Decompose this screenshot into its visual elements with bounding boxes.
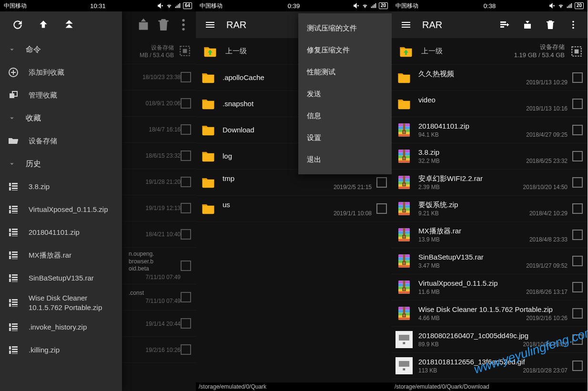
file-row[interactable]: VirtualXposed_0.11.5.zip11.6 MB2018/6/26… bbox=[392, 274, 588, 301]
checkbox[interactable] bbox=[572, 282, 583, 292]
checkbox[interactable] bbox=[572, 361, 583, 371]
file-row[interactable]: video2019/1/13 10:16 bbox=[392, 91, 588, 117]
file-row[interactable]: ▦20181018112656_13f6ac52ed.gif113 KB2018… bbox=[392, 353, 588, 379]
section-favorites[interactable]: 收藏 bbox=[0, 107, 122, 130]
history-item[interactable]: MX播放器.rar bbox=[0, 244, 122, 267]
history-item-label: .invoke_history.zip bbox=[29, 322, 114, 332]
history-item[interactable]: VirtualXposed_0.11.5.zip bbox=[0, 198, 122, 221]
file-row[interactable]: ▦20180802160407_1c005dd49c.jpg89.9 KB201… bbox=[392, 327, 588, 353]
trash-icon[interactable] bbox=[156, 17, 171, 32]
checkbox[interactable] bbox=[181, 292, 191, 302]
checkbox[interactable] bbox=[181, 177, 191, 187]
history-item-label: MX播放器.rar bbox=[29, 251, 114, 260]
history-item[interactable]: 3.8.zip bbox=[0, 175, 122, 198]
archive-icon bbox=[395, 251, 414, 271]
checkbox[interactable] bbox=[376, 203, 387, 214]
file-date: 2019/1/13 10:29 bbox=[526, 79, 568, 86]
status-bar: 中国移动 10:31 64 bbox=[0, 0, 196, 11]
checkbox[interactable] bbox=[181, 203, 191, 213]
bg-row: 18/6/15 23:32 bbox=[122, 143, 196, 169]
favorite-device-storage[interactable]: 设备存储 bbox=[0, 130, 122, 152]
menu-item[interactable]: 设置 bbox=[298, 127, 392, 149]
up-one-level[interactable]: 上一级 设备存储 1.19 GB / 53.4 GB bbox=[392, 38, 588, 65]
bg-row: 18/10/23 23:38 bbox=[122, 64, 196, 90]
menu-item[interactable]: 测试压缩的文件 bbox=[298, 17, 392, 39]
checkbox[interactable] bbox=[181, 150, 191, 161]
checkbox[interactable] bbox=[376, 177, 387, 188]
file-row[interactable]: us2019/1/1 10:08 bbox=[196, 196, 392, 222]
file-row[interactable]: 2018041101.zip94.1 KB2018/4/27 09:25 bbox=[392, 117, 588, 143]
checkbox[interactable] bbox=[572, 99, 583, 109]
checkbox[interactable] bbox=[572, 334, 583, 345]
checkbox[interactable] bbox=[572, 125, 583, 135]
checkbox[interactable] bbox=[181, 229, 191, 240]
select-all-icon[interactable] bbox=[570, 45, 583, 58]
menu-item[interactable]: 发送 bbox=[298, 83, 392, 105]
refresh-icon[interactable] bbox=[11, 19, 24, 31]
file-name: 20181018112656_13f6ac52ed.gif bbox=[418, 358, 568, 367]
manage-favorites[interactable]: 管理收藏 bbox=[0, 84, 122, 107]
menu-item[interactable]: 退出 bbox=[298, 149, 392, 170]
status-bar: 中国移动 0:39 20 bbox=[196, 0, 392, 11]
wifi-icon bbox=[166, 2, 172, 9]
list-add-icon[interactable] bbox=[494, 14, 515, 35]
file-row[interactable]: 久久热视频2019/1/13 10:29 bbox=[392, 65, 588, 91]
app-toolbar: RAR bbox=[392, 11, 588, 38]
checkbox[interactable] bbox=[572, 308, 583, 319]
file-row[interactable]: MX播放器.rar13.9 MB2018/4/8 23:33 bbox=[392, 222, 588, 248]
checkbox[interactable] bbox=[181, 261, 191, 271]
screen-3: 中国移动 0:38 20 RAR 上一级 设备存储 1.19 GB / 53.4… bbox=[392, 0, 588, 391]
arrow-up-icon[interactable] bbox=[37, 19, 50, 31]
clock: 0:39 bbox=[288, 2, 300, 10]
add-to-favorites[interactable]: 添加到收藏 bbox=[0, 61, 122, 84]
file-name: video bbox=[418, 96, 568, 105]
checkbox[interactable] bbox=[181, 344, 191, 355]
extract-icon[interactable] bbox=[517, 14, 538, 35]
file-row[interactable]: Wise Disk Cleaner 10.1.5.762 Portable.zi… bbox=[392, 301, 588, 327]
section-history[interactable]: 历史 bbox=[0, 152, 122, 175]
battery-indicator: 64 bbox=[183, 2, 192, 9]
hamburger-menu[interactable] bbox=[200, 14, 221, 35]
history-item[interactable]: .killing.zip bbox=[0, 339, 122, 361]
checkbox[interactable] bbox=[572, 177, 583, 188]
history-item[interactable]: .invoke_history.zip bbox=[0, 316, 122, 339]
select-all-icon[interactable] bbox=[179, 45, 191, 57]
menu-item[interactable]: 修复压缩文件 bbox=[298, 39, 392, 61]
checkbox[interactable] bbox=[572, 230, 583, 240]
battery-indicator: 20 bbox=[379, 2, 388, 9]
history-item[interactable]: 2018041101.zip bbox=[0, 221, 122, 244]
checkbox[interactable] bbox=[572, 256, 583, 266]
file-row[interactable]: 要饭系统.zip9.21 KB2018/4/2 10:29 bbox=[392, 196, 588, 222]
archive-icon bbox=[395, 199, 414, 218]
archive-grid-icon bbox=[8, 297, 19, 309]
checkbox[interactable] bbox=[572, 203, 583, 214]
file-row[interactable]: 安卓幻影WIFI2.2.rar2.39 MB2018/10/20 14:50 bbox=[392, 170, 588, 196]
more-icon[interactable] bbox=[563, 14, 584, 35]
history-item-label: 2018041101.zip bbox=[29, 228, 114, 237]
checkbox[interactable] bbox=[181, 318, 191, 329]
checkbox[interactable] bbox=[181, 72, 191, 82]
archive-icon bbox=[395, 304, 414, 323]
trash-icon[interactable] bbox=[540, 14, 561, 35]
checkbox[interactable] bbox=[181, 124, 191, 135]
carrier: 中国移动 bbox=[4, 2, 27, 10]
menu-item[interactable]: 性能测试 bbox=[298, 61, 392, 83]
file-list[interactable]: 上一级 设备存储 1.19 GB / 53.4 GB 久久热视频2019/1/1… bbox=[392, 38, 588, 382]
checkbox[interactable] bbox=[572, 72, 583, 83]
file-row[interactable]: SinBaSetupV135.rar3.47 MB2019/1/27 09:52 bbox=[392, 248, 588, 274]
checkbox[interactable] bbox=[181, 98, 191, 109]
more-icon[interactable] bbox=[176, 17, 191, 32]
archive-grid-icon bbox=[8, 204, 19, 215]
history-item[interactable]: Wise Disk Cleaner 10.1.5.762 Portable.zi… bbox=[0, 290, 122, 316]
file-row[interactable]: 3.8.zip32.2 MB2018/6/25 23:32 bbox=[392, 143, 588, 170]
history-item[interactable]: SinBaSetupV135.rar bbox=[0, 267, 122, 290]
hamburger-menu[interactable] bbox=[395, 14, 416, 35]
file-name: 3.8.zip bbox=[418, 148, 568, 157]
menu-item[interactable]: 信息 bbox=[298, 105, 392, 127]
wifi-icon bbox=[558, 2, 564, 9]
checkbox[interactable] bbox=[572, 151, 583, 161]
section-commands[interactable]: 命令 bbox=[0, 38, 122, 61]
add-archive-icon[interactable] bbox=[136, 17, 151, 32]
double-up-icon[interactable] bbox=[63, 19, 75, 31]
file-size: 94.1 KB bbox=[418, 131, 439, 138]
